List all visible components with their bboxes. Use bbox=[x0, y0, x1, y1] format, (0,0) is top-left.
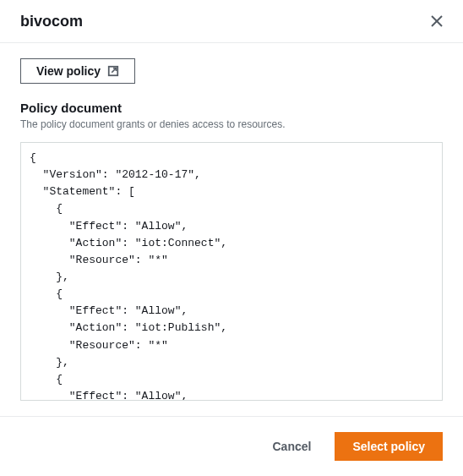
close-button[interactable] bbox=[428, 12, 446, 30]
view-policy-label: View policy bbox=[36, 64, 101, 78]
external-link-icon bbox=[107, 65, 119, 77]
modal-content: View policy Policy document The policy d… bbox=[0, 43, 463, 401]
modal-header: bivocom bbox=[0, 0, 463, 43]
modal-footer: Cancel Select policy bbox=[0, 416, 463, 476]
view-policy-button[interactable]: View policy bbox=[20, 58, 135, 84]
select-policy-button[interactable]: Select policy bbox=[335, 432, 443, 461]
policy-document-description: The policy document grants or denies acc… bbox=[20, 118, 443, 130]
policy-document-title: Policy document bbox=[20, 101, 443, 115]
policy-document-textarea[interactable]: { "Version": "2012-10-17", "Statement": … bbox=[20, 142, 443, 401]
modal-title: bivocom bbox=[20, 13, 83, 30]
close-icon bbox=[431, 15, 443, 27]
cancel-button[interactable]: Cancel bbox=[260, 433, 323, 460]
